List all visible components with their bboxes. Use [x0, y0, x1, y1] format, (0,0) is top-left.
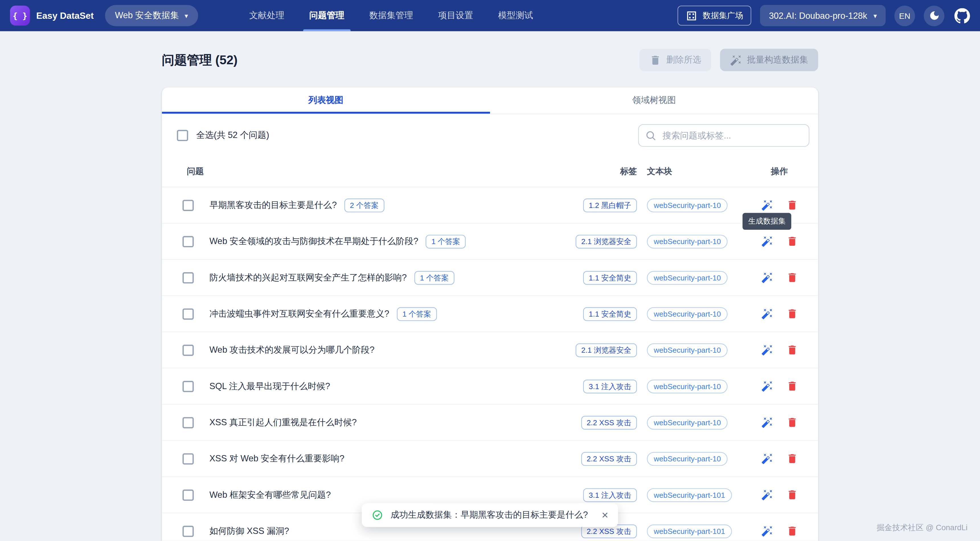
github-link[interactable]	[955, 8, 970, 23]
row-checkbox[interactable]	[183, 308, 194, 319]
question-text: Web 框架安全有哪些常见问题?	[209, 489, 331, 501]
chunk-badge: webSecurity-part-10	[647, 234, 728, 248]
table-toolbar: 全选(共 52 个问题)	[162, 114, 818, 157]
question-text: 如何防御 XSS 漏洞?	[209, 525, 289, 537]
tag-badge: 1.1 安全简史	[583, 271, 637, 284]
row-checkbox[interactable]	[183, 417, 194, 428]
nav-item-project-settings[interactable]: 项目设置	[426, 0, 486, 31]
table-row: XSS 对 Web 安全有什么重要影响? 2.2 XSS 攻击 webSecur…	[162, 441, 818, 477]
generate-dataset-button[interactable]	[759, 379, 775, 393]
row-checkbox[interactable]	[183, 236, 194, 247]
batch-build-dataset-button[interactable]: 批量构造数据集	[720, 49, 818, 71]
magic-wand-icon	[761, 489, 773, 501]
nav-item-literature[interactable]: 文献处理	[237, 0, 297, 31]
model-selector[interactable]: 302.AI: Doubao-pro-128k ▾	[760, 5, 886, 27]
tab-domain-tree-view[interactable]: 领域树视图	[490, 87, 818, 114]
generate-dataset-button[interactable]	[759, 343, 775, 357]
theme-toggle-button[interactable]	[924, 5, 944, 26]
delete-question-button[interactable]	[784, 343, 800, 357]
questions-card: 列表视图 领域树视图 全选(共 52 个问题) 问题 标签 文本块 操作	[162, 87, 818, 541]
trash-icon	[786, 344, 798, 356]
delete-selected-button[interactable]: 删除所选	[640, 49, 711, 71]
chunk-badge: webSecurity-part-10	[647, 271, 728, 284]
question-text: 防火墙技术的兴起对互联网安全产生了怎样的影响?	[209, 272, 407, 283]
generate-dataset-button[interactable]	[759, 451, 775, 466]
row-checkbox[interactable]	[183, 272, 194, 283]
language-toggle-button[interactable]: EN	[894, 5, 915, 26]
table-row: 冲击波蠕虫事件对互联网安全有什么重要意义? 1 个答案 1.1 安全简史 web…	[162, 296, 818, 332]
generate-dataset-button[interactable]	[759, 487, 775, 502]
row-checkbox[interactable]	[183, 381, 194, 392]
magic-wand-icon	[761, 416, 773, 428]
tag-badge: 1.1 安全简史	[583, 307, 637, 320]
github-icon	[955, 8, 970, 23]
generate-dataset-button[interactable]	[759, 270, 775, 285]
select-all-checkbox[interactable]	[177, 130, 188, 141]
question-text: SQL 注入最早出现于什么时候?	[209, 381, 330, 392]
generate-dataset-button[interactable]: 生成数据集	[759, 234, 775, 249]
table-row: 早期黑客攻击的目标主要是什么? 2 个答案 1.2 黑白帽子 webSecuri…	[162, 187, 818, 224]
answer-count-badge: 1 个答案	[397, 307, 437, 320]
delete-question-button[interactable]	[784, 487, 800, 502]
navbar-right: 数据集广场 302.AI: Doubao-pro-128k ▾ EN	[678, 5, 970, 27]
trash-icon	[786, 380, 798, 392]
generate-dataset-tooltip: 生成数据集	[743, 213, 791, 229]
main-nav: 文献处理 问题管理 数据集管理 项目设置 模型测试	[237, 0, 546, 31]
table-row: Web 安全领域的攻击与防御技术在早期处于什么阶段? 1 个答案 2.1 浏览器…	[162, 224, 818, 260]
trash-icon	[649, 54, 662, 66]
row-checkbox[interactable]	[183, 489, 194, 501]
generate-dataset-button[interactable]	[759, 198, 775, 213]
answer-count-badge: 2 个答案	[344, 198, 384, 212]
delete-question-button[interactable]	[784, 451, 800, 466]
row-checkbox[interactable]	[183, 453, 194, 465]
generate-dataset-button[interactable]	[759, 524, 775, 539]
question-text: Web 安全领域的攻击与防御技术在早期处于什么阶段?	[209, 236, 418, 247]
delete-question-button[interactable]	[784, 234, 800, 249]
row-checkbox[interactable]	[183, 525, 194, 537]
trash-icon	[786, 489, 798, 501]
delete-question-button[interactable]	[784, 524, 800, 539]
search-input[interactable]	[662, 130, 803, 141]
chunk-badge: webSecurity-part-101	[647, 524, 732, 538]
delete-question-button[interactable]	[784, 306, 800, 321]
trash-icon	[786, 308, 798, 320]
project-selector[interactable]: Web 安全数据集 ▾	[105, 5, 198, 27]
magic-wand-icon	[761, 199, 773, 211]
magic-wand-icon	[761, 308, 773, 320]
row-checkbox[interactable]	[183, 199, 194, 211]
nav-item-model-test[interactable]: 模型测试	[485, 0, 546, 31]
tab-list-view[interactable]: 列表视图	[162, 87, 490, 114]
magic-wand-icon	[730, 54, 742, 66]
chunk-badge: webSecurity-part-10	[647, 343, 728, 357]
nav-item-datasets[interactable]: 数据集管理	[357, 0, 425, 31]
header-actions: 操作	[756, 166, 803, 178]
tag-badge: 2.1 浏览器安全	[576, 234, 637, 248]
answer-count-badge: 1 个答案	[426, 234, 466, 248]
row-checkbox[interactable]	[183, 344, 194, 356]
table-row: SQL 注入最早出现于什么时候? 3.1 注入攻击 webSecurity-pa…	[162, 368, 818, 405]
chunk-badge: webSecurity-part-10	[647, 198, 728, 212]
dataset-grid-icon	[686, 10, 698, 22]
trash-icon	[786, 199, 798, 211]
table-row: Web 攻击技术的发展可以分为哪几个阶段? 2.1 浏览器安全 webSecur…	[162, 332, 818, 368]
delete-question-button[interactable]	[784, 415, 800, 430]
tag-badge: 1.2 黑白帽子	[583, 198, 637, 212]
trash-icon	[786, 235, 798, 247]
delete-question-button[interactable]	[784, 379, 800, 393]
question-text: XSS 对 Web 安全有什么重要影响?	[209, 453, 344, 465]
nav-item-questions[interactable]: 问题管理	[297, 0, 357, 31]
tag-badge: 3.1 注入攻击	[583, 379, 637, 393]
dataset-market-button[interactable]: 数据集广场	[678, 6, 751, 25]
chunk-badge: webSecurity-part-10	[647, 379, 728, 393]
question-text: 冲击波蠕虫事件对互联网安全有什么重要意义?	[209, 308, 389, 319]
chunk-badge: webSecurity-part-101	[647, 488, 732, 502]
batch-build-label: 批量构造数据集	[747, 54, 808, 66]
top-navbar: { } Easy DataSet Web 安全数据集 ▾ 文献处理 问题管理 数…	[0, 0, 980, 31]
toast-close-icon[interactable]: ×	[601, 509, 608, 521]
delete-question-button[interactable]	[784, 270, 800, 285]
delete-question-button[interactable]	[784, 198, 800, 213]
generate-dataset-button[interactable]	[759, 415, 775, 430]
trash-icon	[786, 271, 798, 284]
generate-dataset-button[interactable]	[759, 306, 775, 321]
header-question: 问题	[177, 166, 506, 178]
